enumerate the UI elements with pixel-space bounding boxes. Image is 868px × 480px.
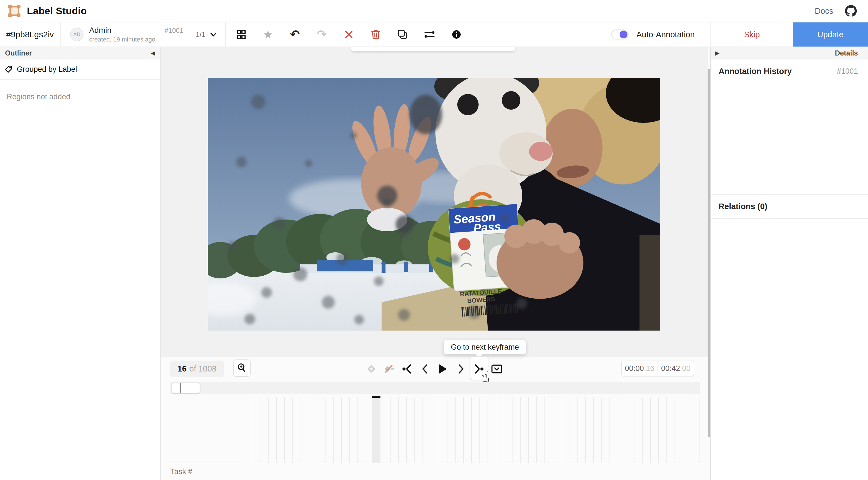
github-icon[interactable] [845,5,857,17]
annotation-history-body [711,83,868,194]
annotation-toolbar: ★ ↶ ↷ [226,25,472,44]
time-current-frames: :16 [644,364,655,373]
group-by-label-text: Grouped by Label [17,65,77,74]
keyframe-add-icon [366,364,376,374]
region-toolbar-partial [350,47,515,51]
app-title: Label Studio [27,5,87,17]
frames-timeline[interactable] [161,397,708,463]
copy-icon [398,29,408,39]
seek-position-indicator [180,383,181,393]
frame-gridlines [244,397,700,462]
auto-annotation-zone: Auto-Annotation [611,29,710,39]
timeline-footer: Task # [161,463,708,480]
seek-handle[interactable] [172,383,200,393]
prev-keyframe-button[interactable] [401,361,413,377]
cross-icon [345,30,353,39]
current-frame-tick [372,396,380,398]
trash-icon [371,29,380,39]
frame-current: 16 [178,364,186,373]
tooltip: Go to next keyframe [444,340,526,354]
annotation-id: #1001 [164,27,183,34]
annotation-author: Admin [89,26,111,35]
interpolation-toggle-button[interactable] [383,361,395,377]
next-keyframe-button[interactable] [473,361,485,377]
regions-empty-message: Regions not added [7,92,160,101]
details-panel: ▶ Details Annotation History #1001 Relat… [710,47,868,480]
undo-button[interactable]: ↶ [286,25,304,44]
task-id: #9pb8Lgs2iv [0,30,60,39]
time-current-main: 00:00 [625,364,644,373]
outliner-title: Outliner [5,49,32,57]
star-icon: ★ [263,29,273,40]
annotation-pager[interactable]: 1/1 [193,31,225,39]
chevron-right-icon [458,364,464,374]
reset-button[interactable] [340,25,358,44]
annotation-selector[interactable]: AD Admin #1001 created, 19 minutes ago [61,26,193,43]
video-scene: Season Pass RATATOUILLE BOWERS [208,78,660,331]
seek-track[interactable] [170,382,700,394]
play-icon [438,364,447,374]
grid-view-button[interactable] [232,25,250,44]
label-studio-app: Label Studio Docs #9pb8Lgs2iv AD Admin #… [0,0,868,480]
auto-annotation-toggle[interactable] [611,29,628,39]
frame-counter[interactable]: 16 of 1008 [170,361,224,377]
time-total-main: 00:42 [661,364,680,373]
sliders-icon [424,30,435,39]
add-keyframe-button[interactable] [366,361,377,377]
play-button[interactable] [437,361,448,377]
undo-icon: ↶ [290,29,300,40]
ground-truth-button[interactable]: ★ [259,25,277,44]
video-stage: Season Pass RATATOUILLE BOWERS [161,47,708,357]
tag-icon [4,65,12,73]
current-frame-column [372,397,380,462]
settings-button[interactable] [420,25,439,44]
zoom-in-button[interactable] [233,359,251,377]
scrollbar-thumb[interactable] [708,69,710,438]
label-studio-logo-icon [8,4,21,18]
redo-icon: ↷ [317,29,327,40]
annotation-created: created, 19 minutes ago [89,36,183,43]
video-frame[interactable]: Season Pass RATATOUILLE BOWERS [208,78,660,331]
prev-frame-button[interactable] [420,361,431,377]
delete-button[interactable] [366,25,385,44]
video-workspace: Season Pass RATATOUILLE BOWERS [161,47,708,480]
details-title: Details [835,49,858,57]
time-current: 00:00:16 [622,361,657,376]
annotation-history-id: #1001 [837,67,858,76]
update-button[interactable]: Update [793,23,868,47]
playback-controls [366,361,502,378]
task-bar: #9pb8Lgs2iv AD Admin #1001 created, 19 m… [0,23,868,47]
top-nav: Label Studio Docs [0,0,868,23]
skip-button[interactable]: Skip [710,23,793,47]
toggle-knob [620,31,627,38]
annotation-history-header[interactable]: Annotation History #1001 [711,59,868,83]
info-icon [452,30,461,39]
time-total-frames: :00 [680,364,691,373]
duplicate-button[interactable] [393,25,412,44]
relations-header[interactable]: Relations (0) [711,194,868,219]
next-keyframe-icon [474,364,484,374]
annotation-history-title: Annotation History [719,67,792,76]
prev-keyframe-icon [402,364,412,374]
info-button[interactable] [447,25,466,44]
collapse-right-icon[interactable]: ▶ [715,50,719,56]
redo-button[interactable]: ↷ [313,25,331,44]
scrollbar-track [708,47,710,480]
keyframe-slash-icon [383,364,395,374]
collapse-timeline-icon [491,364,502,374]
collapse-left-icon[interactable]: ◀ [151,50,155,56]
badge-line2: Pass [473,220,501,235]
auto-annotation-label: Auto-Annotation [637,30,695,39]
docs-link[interactable]: Docs [815,6,833,16]
avatar: AD [70,28,84,41]
time-total: 00:42:00 [657,361,693,376]
next-frame-button[interactable] [455,361,467,377]
collapse-timeline-button[interactable] [491,361,502,377]
outliner-panel: Outliner ◀ Grouped by Label Regions not … [0,47,161,480]
chevron-left-icon [422,364,428,374]
time-display: 00:00:16 00:42:00 [621,361,694,377]
group-by-label-selector[interactable]: Grouped by Label [0,59,160,80]
task-label: Task # [170,468,192,476]
chevron-down-icon [210,32,217,37]
frame-total: of 1008 [189,364,216,373]
